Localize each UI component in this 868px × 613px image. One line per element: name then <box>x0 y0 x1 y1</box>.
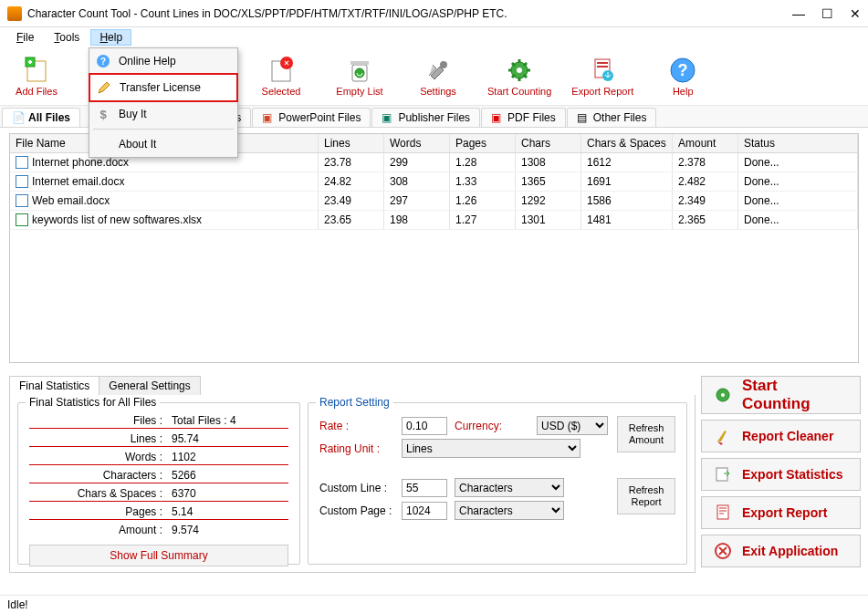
add-files-button[interactable]: Add Files <box>7 56 66 97</box>
maximize-button[interactable]: ☐ <box>821 6 833 21</box>
cell-pages: 1.28 <box>450 153 516 171</box>
about-label: About It <box>119 138 156 151</box>
menu-file[interactable]: File <box>7 29 43 46</box>
rate-input[interactable] <box>402 417 447 435</box>
online-help-label: Online Help <box>119 55 176 68</box>
custom-page-input[interactable] <box>402 502 447 520</box>
header-amount[interactable]: Amount <box>673 134 738 152</box>
rating-unit-select[interactable]: Lines <box>402 439 580 458</box>
tab-publisher[interactable]: ▣Publisher Files <box>371 108 480 127</box>
stat-files: Total Files : 4 <box>166 414 236 427</box>
cell-amount: 2.365 <box>673 211 738 229</box>
header-chars[interactable]: Chars <box>516 134 581 152</box>
exit-application-button[interactable]: Exit Application <box>701 535 861 567</box>
cell-chars-spaces: 1691 <box>581 172 673 191</box>
table-row[interactable]: Internet email.docx24.823081.33136516912… <box>10 172 858 192</box>
table-row[interactable]: Web email.docx23.492971.26129215862.349D… <box>10 192 858 211</box>
menu-transfer-license[interactable]: Transfer License <box>89 73 238 102</box>
broom-icon <box>713 426 733 446</box>
cell-status: Done... <box>738 172 858 191</box>
table-row[interactable]: keywords list of new softwares.xlsx23.65… <box>10 211 858 230</box>
currency-select[interactable]: USD ($) <box>537 416 608 435</box>
minimize-button[interactable]: — <box>792 6 805 21</box>
buy-it-label: Buy It <box>119 108 147 120</box>
cell-lines: 23.49 <box>319 192 384 210</box>
menu-help[interactable]: Help <box>90 29 131 46</box>
pdf-icon: ▣ <box>491 111 504 124</box>
custom-line-unit[interactable]: Characters <box>455 478 564 497</box>
menu-about-it[interactable]: About It <box>89 131 237 157</box>
tab-all-files[interactable]: 📄All Files <box>2 108 80 127</box>
start-counting-big-button[interactable]: Start Counting <box>701 376 861 414</box>
cell-amount: 2.482 <box>673 172 738 191</box>
lower-tabs: Final Statistics General Settings <box>9 376 695 395</box>
cell-chars: 1301 <box>516 211 581 229</box>
refresh-amount-button[interactable]: Refresh Amount <box>617 416 675 452</box>
cell-words: 308 <box>384 172 450 191</box>
help-dropdown: ? Online Help Transfer License $ Buy It … <box>89 47 238 158</box>
help-icon: ? <box>668 56 697 85</box>
export-report-icon <box>588 56 617 85</box>
selected-icon <box>267 56 296 85</box>
tab-other[interactable]: ▤Other Files <box>567 108 657 127</box>
report-cleaner-button[interactable]: Report Cleaner <box>701 420 861 452</box>
export-report-big-button[interactable]: Export Report <box>701 496 861 529</box>
start-counting-button[interactable]: Start Counting <box>487 56 551 97</box>
tab-final-statistics[interactable]: Final Statistics <box>9 376 99 395</box>
tab-general-settings[interactable]: General Settings <box>99 376 200 395</box>
custom-page-unit[interactable]: Characters <box>455 501 564 520</box>
menu-tools[interactable]: Tools <box>45 29 89 46</box>
cell-file-name: keywords list of new softwares.xlsx <box>32 213 202 226</box>
title-bar: Character Count Tool - Count Lines in DO… <box>0 0 868 27</box>
transfer-license-label: Transfer License <box>120 81 201 94</box>
header-pages[interactable]: Pages <box>450 134 516 152</box>
header-status[interactable]: Status <box>738 134 858 152</box>
pub-icon: ▣ <box>382 111 394 124</box>
cell-pages: 1.26 <box>450 192 516 210</box>
cell-chars-spaces: 1612 <box>581 153 673 171</box>
close-button[interactable]: ✕ <box>850 6 861 21</box>
header-words[interactable]: Words <box>384 134 450 152</box>
gear-icon <box>505 56 534 85</box>
dollar-icon: $ <box>95 106 111 122</box>
svg-rect-11 <box>597 62 608 64</box>
export-report-button[interactable]: Export Report <box>571 56 633 97</box>
tab-pdf[interactable]: ▣PDF Files <box>481 108 566 127</box>
cell-lines: 23.65 <box>319 211 384 229</box>
menu-online-help[interactable]: ? Online Help <box>89 48 237 74</box>
custom-line-label: Custom Line : <box>319 482 394 494</box>
settings-label: Settings <box>420 86 456 97</box>
app-icon <box>7 6 22 21</box>
rate-label: Rate : <box>319 420 394 432</box>
cell-file-name: Internet email.docx <box>32 175 124 188</box>
tab-powerpoint[interactable]: ▣PowerPoint Files <box>252 108 371 127</box>
header-lines[interactable]: Lines <box>319 134 384 152</box>
svg-rect-21 <box>716 468 727 481</box>
file-grid: File Name Lines Words Pages Chars Chars … <box>9 133 859 363</box>
help-button[interactable]: ? Help <box>654 56 712 97</box>
custom-page-label: Custom Page : <box>319 504 394 517</box>
export-report-label: Export Report <box>571 86 633 97</box>
svg-text:?: ? <box>678 61 688 79</box>
menu-buy-it[interactable]: $ Buy It <box>89 101 237 127</box>
cell-chars: 1365 <box>516 172 581 191</box>
export-statistics-button[interactable]: Export Statistics <box>701 458 861 491</box>
custom-line-input[interactable] <box>402 479 447 497</box>
show-full-summary-button[interactable]: Show Full Summary <box>29 545 288 566</box>
svg-point-20 <box>721 393 725 397</box>
cell-lines: 24.82 <box>319 172 384 191</box>
final-stats-group: Final Statistics for All Files Files :To… <box>17 402 300 565</box>
start-counting-label: Start Counting <box>487 86 551 97</box>
selected-button[interactable]: Selected <box>252 56 310 97</box>
settings-button[interactable]: Settings <box>409 56 467 97</box>
header-chars-spaces[interactable]: Chars & Spaces <box>581 134 673 152</box>
cell-chars-spaces: 1586 <box>581 192 673 210</box>
stat-chars: 5266 <box>166 469 196 482</box>
export-report-icon <box>713 503 733 523</box>
word-icon <box>16 194 28 207</box>
refresh-report-button[interactable]: Refresh Report <box>617 478 675 514</box>
lower-section: Final Statistics General Settings Final … <box>0 372 868 577</box>
empty-list-button[interactable]: Empty List <box>330 56 389 97</box>
cell-words: 299 <box>384 153 450 171</box>
grid-body: Internet phone.docx23.782991.28130816122… <box>10 153 858 230</box>
